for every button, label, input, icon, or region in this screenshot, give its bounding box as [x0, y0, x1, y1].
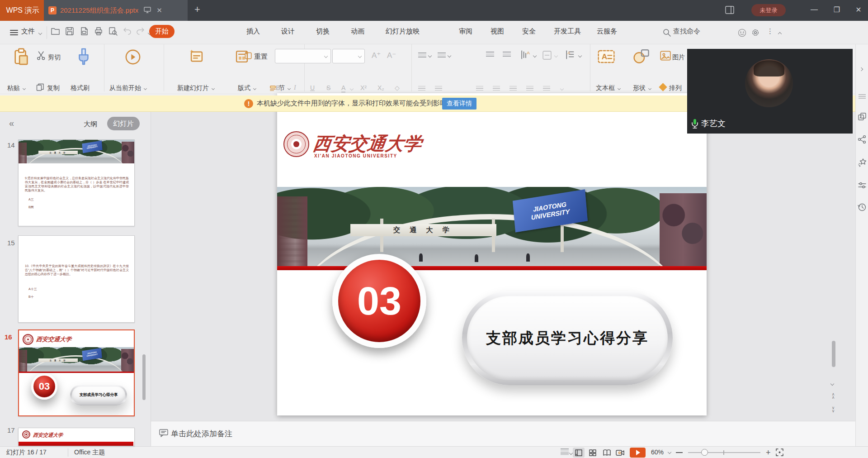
export-pdf-icon[interactable]: [80, 27, 90, 38]
print-icon[interactable]: [94, 27, 105, 38]
numbered-list-chevron-icon[interactable]: [448, 54, 451, 57]
paragraph-settings-icon[interactable]: [543, 85, 550, 93]
slide-thumbnail-15[interactable]: 10.《中共中央关于党的百年奋斗重大成就和历史经验的决议》在十九大报告“八个明确…: [18, 235, 135, 323]
slide-canvas[interactable]: 西安交通大学 XI'AN JIAOTONG UNIVERSITY 交 通 大 学…: [277, 93, 707, 415]
slide-thumbnail-16-selected[interactable]: 西安交通大学 交 通 大 学 JIAOTONGUNIVERSITY 03 支部成…: [18, 329, 135, 416]
tab-home[interactable]: 开始: [149, 25, 175, 38]
font-color-chevron-icon[interactable]: [350, 87, 354, 91]
clear-format-button[interactable]: ◇: [395, 84, 400, 91]
textbox-icon[interactable]: A: [598, 49, 615, 66]
format-painter-button[interactable]: 格式刷: [71, 84, 90, 92]
increase-indent-icon[interactable]: [503, 52, 511, 60]
columns-icon[interactable]: [526, 85, 533, 93]
layout-button[interactable]: 版式: [238, 84, 256, 92]
shapes-button[interactable]: 形状: [633, 84, 651, 92]
webcam-overlay[interactable]: 李艺文: [687, 49, 853, 134]
tab-security[interactable]: 安全: [522, 27, 536, 36]
tab-review[interactable]: 审阅: [459, 27, 472, 36]
increase-font-icon[interactable]: A⁺: [372, 51, 381, 60]
zoom-in-button[interactable]: +: [766, 449, 771, 456]
textbox-button[interactable]: 文本框: [596, 84, 620, 92]
superscript-button[interactable]: X²: [360, 84, 367, 91]
format-painter-icon[interactable]: [76, 48, 91, 67]
zoom-slider-handle[interactable]: [701, 449, 708, 456]
paste-chevron-icon[interactable]: [23, 87, 26, 90]
zoom-slider-track[interactable]: [688, 452, 760, 453]
theme-name[interactable]: Office 主题: [74, 448, 105, 457]
new-tab-button[interactable]: +: [194, 4, 200, 15]
previous-slide-button[interactable]: ∧∧: [829, 393, 837, 399]
tab-outline[interactable]: 大纲: [84, 120, 97, 129]
reset-button[interactable]: 重置: [254, 52, 268, 61]
task-window-icon[interactable]: [858, 112, 867, 121]
tab-devtools[interactable]: 开发工具: [554, 27, 581, 36]
share-icon[interactable]: [858, 135, 867, 144]
collapse-panel-icon[interactable]: «: [9, 118, 14, 129]
tab-transition[interactable]: 切换: [316, 27, 330, 36]
font-size-combobox[interactable]: [332, 49, 365, 63]
save-icon[interactable]: [65, 27, 76, 38]
font-name-combobox[interactable]: [275, 49, 331, 63]
close-tab-icon[interactable]: ✕: [156, 6, 162, 14]
normal-view-button[interactable]: [573, 448, 585, 458]
zoom-out-button[interactable]: [676, 452, 683, 453]
campus-photo[interactable]: 交 通 大 学 JIAOTONG UNIVERSITY: [277, 187, 707, 266]
play-chevron-icon[interactable]: [144, 87, 147, 90]
slide-sorter-view-button[interactable]: [587, 448, 599, 458]
next-slide-button[interactable]: ∨∨: [829, 406, 837, 413]
line-spacing-chevron-icon[interactable]: [578, 54, 582, 57]
picture-button[interactable]: 图片: [672, 53, 685, 62]
slide-thumbnail-14[interactable]: 交 通 大 学 JIAOTONGUNIVERSITY 9.坚持和发展中国特色社会…: [18, 139, 135, 226]
wps-app-logo[interactable]: WPS 演示: [0, 0, 45, 21]
strikethrough-button[interactable]: S: [326, 84, 330, 91]
properties-sliders-icon[interactable]: [858, 181, 867, 190]
numbered-list-icon[interactable]: [438, 52, 446, 60]
play-from-current-icon[interactable]: [125, 49, 141, 67]
canvas-scrollbar[interactable]: [832, 341, 835, 367]
chapter-number-badge[interactable]: 03: [332, 254, 426, 348]
file-menu[interactable]: 文件: [21, 27, 35, 36]
document-tab[interactable]: P 20211225组织生活会.pptx ✕: [44, 0, 188, 21]
bullet-list-icon[interactable]: [418, 52, 426, 60]
notes-placeholder[interactable]: 单击此处添加备注: [171, 429, 232, 439]
print-preview-icon[interactable]: [108, 27, 119, 38]
italic-button[interactable]: I: [294, 84, 296, 91]
arrange-button[interactable]: 排列: [669, 84, 682, 92]
cut-button[interactable]: 剪切: [48, 53, 61, 62]
fit-to-window-icon[interactable]: [776, 448, 783, 458]
hamburger-menu-icon[interactable]: [10, 29, 18, 38]
copy-icon[interactable]: [36, 83, 44, 93]
zoom-level[interactable]: 60%: [651, 448, 664, 456]
shapes-chevron-icon[interactable]: [648, 87, 651, 90]
tab-cloud[interactable]: 云服务: [597, 27, 617, 36]
chapter-title-capsule[interactable]: 支部成员学习心得分享: [462, 291, 673, 385]
font-size-chevron-icon[interactable]: [358, 54, 362, 58]
align-left-icon[interactable]: [418, 85, 425, 93]
minimize-icon[interactable]: —: [808, 5, 820, 14]
new-slide-icon[interactable]: [189, 49, 204, 66]
tab-view[interactable]: 视图: [491, 27, 504, 36]
maximize-icon[interactable]: ❐: [831, 5, 843, 14]
login-status-badge[interactable]: 未登录: [751, 4, 786, 16]
bullet-list-chevron-icon[interactable]: [428, 54, 432, 57]
align-center-icon[interactable]: [435, 85, 442, 93]
copy-button[interactable]: 复制: [47, 84, 60, 92]
cut-icon[interactable]: [36, 51, 46, 62]
search-icon[interactable]: [663, 29, 671, 38]
reset-icon[interactable]: [243, 51, 252, 62]
search-command-input[interactable]: 查找命令: [673, 27, 700, 36]
decrease-font-icon[interactable]: A⁻: [387, 51, 396, 60]
tab-slideshow[interactable]: 幻灯片放映: [386, 27, 420, 36]
line-spacing-icon[interactable]: A: [565, 50, 575, 62]
panel-scrollbar[interactable]: [142, 354, 146, 400]
justify-icon[interactable]: [493, 85, 500, 93]
play-slideshow-button[interactable]: [630, 448, 646, 458]
distribute-icon[interactable]: [509, 85, 517, 93]
subscript-button[interactable]: X₂: [377, 84, 384, 91]
history-clock-icon[interactable]: [858, 203, 867, 212]
expand-pane-chevron-icon[interactable]: [859, 67, 863, 71]
notes-pane[interactable]: 单击此处添加备注: [151, 421, 855, 446]
pane-handle-icon[interactable]: [859, 94, 866, 95]
new-slide-button[interactable]: 新建幻灯片: [177, 84, 214, 92]
layout-chevron-icon[interactable]: [253, 87, 256, 90]
